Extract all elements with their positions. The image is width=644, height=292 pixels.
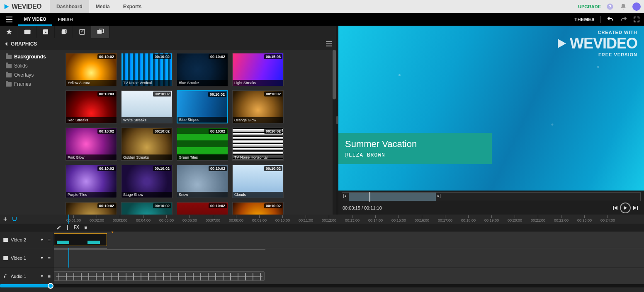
chevron-down-icon[interactable]: ▼ xyxy=(40,274,44,278)
ruler-tick: 00:08:00 xyxy=(229,215,243,224)
split-icon[interactable] xyxy=(66,225,70,230)
thumbnail-snow[interactable]: 00:10:02Snow xyxy=(177,165,228,198)
preview-canvas[interactable]: CREATED WITH WEVIDEO FREE VERSION Summer… xyxy=(338,26,644,191)
audio-library-icon[interactable] xyxy=(55,26,73,38)
thumbnail-purple-tiles[interactable]: 00:10:02Purple Tiles xyxy=(66,165,117,198)
track-body-audio-1[interactable] xyxy=(54,268,644,284)
help-icon[interactable]: ? xyxy=(606,2,614,11)
redo-button[interactable] xyxy=(620,16,627,23)
play-icon xyxy=(3,3,10,10)
thumbnail-golden-streaks[interactable]: 00:10:02Golden Streaks xyxy=(121,128,173,161)
thumb-label: Purple Tiles xyxy=(66,192,117,198)
thumb-label: TV Noise Vertical xyxy=(122,80,172,86)
thumbnail-blue-stripes[interactable]: 00:10:02Blue Stripes xyxy=(177,90,228,123)
title-clip[interactable] xyxy=(54,233,107,246)
play-button[interactable] xyxy=(620,203,631,213)
scrub-playhead[interactable] xyxy=(369,192,370,202)
thumbnail-yellow-aurora[interactable]: 00:10:02Yellow Aurora xyxy=(66,53,117,86)
fullscreen-icon[interactable] xyxy=(633,16,640,23)
thumb-label: TV Noise Horizontal xyxy=(233,154,283,160)
panel-scrollbar[interactable] xyxy=(333,50,336,215)
marker-icon[interactable] xyxy=(110,232,114,233)
thumbnail-red-streaks[interactable]: 00:10:03Red Streaks xyxy=(66,90,117,123)
ruler-tick: 00:09:00 xyxy=(252,215,267,224)
category-backgrounds[interactable]: Backgrounds xyxy=(0,52,62,61)
video-library-icon[interactable] xyxy=(18,26,36,38)
duration-label: 00:10:02 xyxy=(209,54,227,59)
track-menu-icon[interactable]: ≡ xyxy=(48,274,51,279)
top-tab-dashboard[interactable]: Dashboard xyxy=(50,0,89,13)
top-tab-exports[interactable]: Exports xyxy=(117,0,148,13)
track-menu-icon[interactable]: ≡ xyxy=(48,256,51,261)
timeline-playhead-line[interactable] xyxy=(68,248,69,268)
thumbnail-blue-smoke[interactable]: 00:10:02Blue Smoke xyxy=(177,53,228,86)
image-library-icon[interactable] xyxy=(36,26,55,38)
sub-tab-my-video[interactable]: MY VIDEO xyxy=(18,13,52,26)
thumbnail-pink-glow[interactable]: 00:10:02Pink Glow xyxy=(66,128,117,161)
user-avatar[interactable] xyxy=(632,2,641,11)
thumbnail-tv-noise-vertical[interactable]: 00:10:02TV Noise Vertical xyxy=(121,53,173,86)
category-solids[interactable]: Solids xyxy=(0,61,62,70)
brand-name: WEVIDEO xyxy=(12,3,41,10)
thumbnail-tv-noise-horizontal[interactable]: 00:10:02TV Noise Horizontal xyxy=(232,128,284,161)
bell-icon[interactable] xyxy=(619,2,627,11)
timeline-ruler[interactable]: 00:00:15 📍 ✕ 00:01:0000:02:0000:03:0000:… xyxy=(54,215,644,224)
video-track-icon xyxy=(3,238,8,242)
thumbnail-clouds[interactable]: 00:10:02Clouds xyxy=(232,165,284,198)
duration-label: 00:10:02 xyxy=(209,166,227,171)
in-point-icon[interactable]: [◂ xyxy=(343,193,346,198)
thumbnail-stage-show[interactable]: 00:10:02Stage Show xyxy=(121,165,173,198)
favorites-icon[interactable] xyxy=(0,26,18,38)
upgrade-link[interactable]: UPGRADE xyxy=(578,4,601,9)
back-icon[interactable] xyxy=(4,41,8,46)
track-head-video-2[interactable]: Video 2 ▼ ≡ xyxy=(0,232,54,248)
timeline-playhead[interactable]: 00:00:15 📍 ✕ xyxy=(68,215,69,224)
top-tab-media[interactable]: Media xyxy=(89,0,117,13)
track-video-1: Video 1 ▼ ≡ xyxy=(0,248,644,268)
track-body-video-2[interactable] xyxy=(54,232,644,248)
panel-menu-icon[interactable] xyxy=(326,41,332,46)
ruler-tick: 00:15:00 xyxy=(391,215,406,224)
duration-label: 00:10:02 xyxy=(264,92,282,97)
track-menu-icon[interactable]: ≡ xyxy=(48,237,51,242)
sub-tab-finish[interactable]: FINISH xyxy=(52,13,79,26)
hamburger-icon[interactable] xyxy=(4,14,14,24)
brand-logo[interactable]: WEVIDEO xyxy=(3,3,50,10)
prev-frame-button[interactable] xyxy=(611,203,620,212)
audio-clip[interactable] xyxy=(54,271,265,281)
next-frame-button[interactable] xyxy=(631,203,640,212)
themes-button[interactable]: THEMES xyxy=(574,17,595,22)
track-head-audio-1[interactable]: Audio 1 ▼ ≡ xyxy=(0,268,54,284)
audio-track-icon xyxy=(3,274,8,279)
duration-label: 00:10:02 xyxy=(153,166,171,171)
out-point-icon[interactable]: ▸] xyxy=(437,193,441,198)
magnet-icon[interactable] xyxy=(11,216,18,222)
chevron-down-icon[interactable]: ▼ xyxy=(40,256,44,260)
category-frames[interactable]: Frames xyxy=(0,80,62,89)
text-library-icon[interactable] xyxy=(73,26,91,38)
thumbnail-white-streaks[interactable]: 00:10:02White Streaks xyxy=(121,90,173,123)
zoom-handle[interactable] xyxy=(48,283,53,289)
thumbnail-item[interactable]: 00:10:02 xyxy=(66,202,117,215)
timeline-zoom-scrollbar[interactable] xyxy=(0,284,644,287)
video-clip-main[interactable] xyxy=(54,249,265,250)
thumbnail-item[interactable]: 00:10:02 xyxy=(177,202,228,215)
thumbnail-light-streaks[interactable]: 00:15:03Light Streaks xyxy=(232,53,284,86)
chevron-down-icon[interactable]: ▼ xyxy=(40,238,44,242)
thumbnail-orange-glow[interactable]: 00:10:02Orange Glow xyxy=(232,90,284,123)
delete-icon[interactable] xyxy=(83,225,88,230)
track-body-video-1[interactable] xyxy=(54,248,644,268)
track-head-video-1[interactable]: Video 1 ▼ ≡ xyxy=(0,248,54,268)
undo-button[interactable] xyxy=(607,16,614,23)
svg-rect-5 xyxy=(6,22,12,22)
category-overlays[interactable]: Overlays xyxy=(0,70,62,80)
thumbnail-item[interactable]: 00:10:02 xyxy=(121,202,173,215)
thumbnail-item[interactable]: 00:10:02 xyxy=(232,202,284,215)
preview-scrubber[interactable]: [◂ ▸] xyxy=(342,192,641,201)
graphics-library-icon[interactable] xyxy=(91,26,109,38)
edit-icon[interactable] xyxy=(56,225,61,230)
fx-button[interactable]: FX xyxy=(74,225,79,229)
thumbnail-green-tiles[interactable]: 00:10:02Green Tiles xyxy=(177,128,228,161)
add-track-button[interactable]: + xyxy=(3,215,7,223)
top-nav-tabs: DashboardMediaExports xyxy=(50,0,148,13)
